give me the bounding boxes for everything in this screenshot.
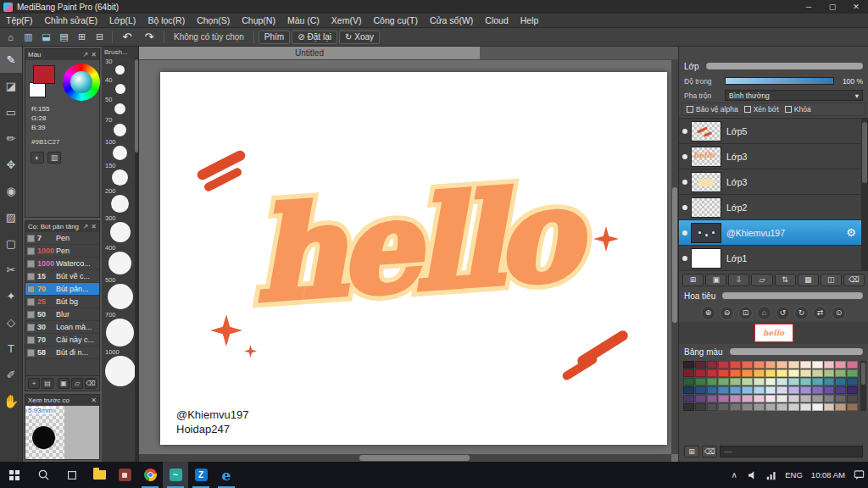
visibility-dot-icon[interactable] [679, 230, 691, 236]
canvas-hscrollbar[interactable] [139, 454, 671, 462]
undo-button[interactable]: ↶ [117, 30, 137, 43]
visibility-dot-icon[interactable] [679, 205, 691, 210]
hscrollbar-thumb[interactable] [359, 455, 470, 461]
brush-size-option[interactable]: 700 [102, 311, 138, 347]
brush-size-option[interactable]: 500 [102, 276, 138, 309]
palette-swatch[interactable] [835, 378, 846, 385]
palette-swatch[interactable] [707, 369, 718, 377]
duplicate-layer-button[interactable]: ▣ [705, 274, 726, 286]
palette-swatch[interactable] [730, 369, 741, 377]
brush-item[interactable]: 58Bút đi n... [25, 347, 99, 359]
menu-cua-so[interactable]: Cửa sổ(W) [424, 14, 479, 27]
palette-swatch[interactable] [847, 386, 858, 394]
palette-swatch[interactable] [847, 361, 858, 369]
palette-swatch[interactable] [730, 395, 741, 402]
palette-swatch[interactable] [800, 395, 811, 402]
zoom-out-button[interactable]: ⊖ [720, 306, 734, 320]
palette-swatch[interactable] [742, 403, 753, 411]
palette-swatch[interactable] [742, 386, 753, 394]
palette-swatch[interactable] [695, 386, 706, 394]
palette-swatch[interactable] [812, 361, 823, 369]
palette-swatch[interactable] [788, 386, 799, 394]
color-wheel[interactable] [63, 64, 100, 101]
brush-size-option[interactable]: 200 [102, 187, 138, 213]
brush-item[interactable]: 15Bút vẽ c... [25, 270, 99, 283]
palette-swatch[interactable] [707, 378, 718, 385]
brush-menu-button[interactable]: ▤ [42, 378, 53, 389]
fit-view-button[interactable]: ⊡ [738, 306, 753, 320]
panel-grip[interactable] [722, 292, 863, 299]
palette-swatch[interactable] [730, 403, 741, 411]
palette-swatch[interactable] [695, 361, 706, 369]
move-layer-button[interactable]: ⇅ [775, 274, 796, 286]
palette-swatch[interactable] [776, 403, 787, 411]
palette-swatch[interactable] [765, 386, 776, 394]
brush-tool[interactable]: ✎ [0, 47, 22, 73]
palette-swatch[interactable] [812, 369, 823, 377]
visibility-dot-icon[interactable] [679, 180, 691, 185]
gear-icon[interactable]: ⚙ [846, 226, 856, 239]
palette-swatch[interactable] [847, 403, 858, 411]
palette-swatch[interactable] [824, 361, 835, 369]
taskbar-medibang[interactable]: ~ [163, 462, 188, 488]
clipping-checkbox[interactable]: Xén bớt [744, 105, 779, 114]
brush-size-option[interactable]: 50 [102, 96, 138, 114]
minimize-button[interactable]: ─ [797, 0, 821, 14]
layer-row[interactable]: Lớp5 [679, 119, 861, 144]
close-button[interactable]: ✕ [844, 0, 868, 14]
menu-help[interactable]: Help [515, 14, 545, 27]
clear-layer-button[interactable]: ◫ [821, 274, 842, 286]
palette-swatch[interactable] [788, 369, 799, 377]
color-grid-mode-button[interactable]: ▥ [47, 152, 61, 164]
shape-tool[interactable]: ◇ [0, 309, 22, 336]
size-scrollbar[interactable] [135, 58, 138, 462]
palette-swatch[interactable] [824, 386, 835, 394]
palette-scrollbar[interactable] [860, 361, 866, 411]
rotate-right-button[interactable]: ↻ [794, 306, 809, 320]
actual-size-button[interactable]: ⌂ [757, 306, 771, 320]
text-tool[interactable]: T [0, 336, 22, 362]
palette-swatch[interactable] [788, 403, 799, 411]
task-view-button[interactable] [58, 462, 86, 488]
rotate-button[interactable]: ↻ Xoay [339, 30, 380, 44]
palette-swatch[interactable] [776, 395, 787, 402]
palette-swatch[interactable] [707, 386, 718, 394]
background-color-swatch[interactable] [29, 82, 46, 97]
palette-swatch[interactable] [718, 386, 729, 394]
taskbar-file-explorer[interactable] [86, 462, 112, 488]
palette-swatch[interactable] [765, 369, 776, 377]
brush-item[interactable]: 70Cài này c... [25, 334, 99, 347]
gradient-tool[interactable]: ▨ [0, 204, 22, 230]
layer-row[interactable]: Lớp2 [679, 195, 861, 220]
palette-swatch[interactable] [765, 378, 776, 385]
bucket-tool[interactable]: ◉ [0, 178, 22, 204]
pen-tool[interactable]: ✏ [0, 125, 22, 152]
clock[interactable]: 10:08 AM [807, 470, 849, 480]
eyedropper-tool[interactable]: ✐ [0, 362, 22, 388]
brush-size-option[interactable]: 400 [102, 244, 138, 274]
vscrollbar-thumb[interactable] [672, 187, 677, 323]
move-tool[interactable]: ✥ [0, 152, 22, 178]
palette-swatch[interactable] [847, 369, 858, 377]
menu-xem[interactable]: Xem(V) [326, 14, 368, 27]
document-tab[interactable]: Untitled [139, 47, 480, 59]
new-document-icon[interactable]: ⌂ [3, 30, 19, 44]
palette-swatch[interactable] [742, 395, 753, 402]
taskbar-zalo[interactable]: Z [188, 462, 214, 488]
brush-item-selected[interactable]: 70Bút pản... [25, 283, 99, 296]
magic-wand-tool[interactable]: ✦ [0, 283, 22, 309]
palette-swatch[interactable] [695, 369, 706, 377]
palette-swatch[interactable] [742, 378, 753, 385]
palette-swatch[interactable] [776, 369, 787, 377]
palette-swatch[interactable] [718, 378, 729, 385]
palette-swatch[interactable] [835, 369, 846, 377]
layer-scrollbar[interactable] [861, 119, 868, 271]
reset-view-button[interactable]: ⊙ [832, 306, 846, 320]
menu-lop[interactable]: Lớp(L) [103, 14, 142, 27]
palette-swatch[interactable] [718, 403, 729, 411]
brush-size-option[interactable]: 100 [102, 138, 138, 160]
palette-name-field[interactable]: --- [720, 446, 863, 458]
palette-swatch[interactable] [742, 361, 753, 369]
palette-swatch[interactable] [812, 395, 823, 402]
search-button[interactable] [29, 462, 58, 488]
